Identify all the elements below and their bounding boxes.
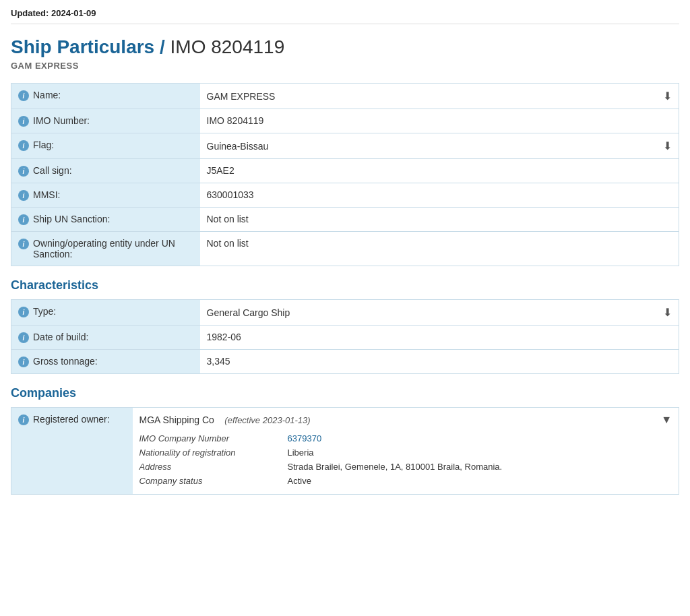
company-field-label: IMO Company Number <box>139 431 288 445</box>
characteristics-value-cell: 1982-06 <box>200 326 679 350</box>
companies-table: i Registered owner: MGA Shipping Co (eff… <box>11 407 679 495</box>
particulars-label-inner: iCall sign: <box>18 165 193 177</box>
updated-date: 2024-01-09 <box>51 8 96 18</box>
particulars-row: iIMO Number:IMO 8204119 <box>11 109 679 133</box>
particulars-label-text: MMSI: <box>33 189 60 200</box>
info-icon: i <box>18 190 29 201</box>
registered-owner-dropdown-icon[interactable]: ▼ <box>661 414 672 426</box>
company-field-row: Company statusActive <box>139 474 672 488</box>
particulars-label-text: IMO Number: <box>33 115 90 126</box>
characteristics-value-text: 1982-06 <box>207 332 241 342</box>
particulars-row: iFlag:Guinea-Bissau⬇ <box>11 133 679 159</box>
characteristics-value-text: 3,345 <box>207 356 230 367</box>
characteristics-value-text: General Cargo Ship <box>207 307 290 318</box>
particulars-value-cell: J5AE2 <box>200 159 679 183</box>
particulars-label-text: Ship UN Sanction: <box>33 214 110 224</box>
particulars-value-text: IMO 8204119 <box>207 115 264 126</box>
particulars-label-cell: iShip UN Sanction: <box>11 208 200 232</box>
company-field-label: Company status <box>139 474 288 488</box>
company-header-row: MGA Shipping Co (effective 2023-01-13) ▼ <box>139 414 672 426</box>
company-field-value: Liberia <box>288 445 672 460</box>
company-field-link[interactable]: 6379370 <box>288 433 322 443</box>
particulars-label-inner: iShip UN Sanction: <box>18 214 193 225</box>
particulars-value-text: J5AE2 <box>207 165 234 176</box>
characteristics-label-cell: iGross tonnage: <box>11 350 200 374</box>
company-field-row: AddressStrada Brailei, Gemenele, 1A, 810… <box>139 460 672 474</box>
particulars-label-cell: iIMO Number: <box>11 109 200 133</box>
particulars-table: iName:GAM EXPRESS⬇iIMO Number:IMO 820411… <box>11 83 679 266</box>
particulars-value-inner: J5AE2 <box>207 165 672 176</box>
info-icon: i <box>18 90 29 101</box>
company-field-value: Strada Brailei, Gemenele, 1A, 810001 Bra… <box>288 460 672 474</box>
dropdown-arrow-icon[interactable]: ⬇ <box>663 140 672 152</box>
characteristics-value-cell: 3,345 <box>200 350 679 374</box>
particulars-label-cell: iOwning/operating entity under UN Sancti… <box>11 232 200 266</box>
company-name: MGA Shipping Co <box>139 414 214 425</box>
company-field-value[interactable]: 6379370 <box>288 431 672 445</box>
info-icon: i <box>18 140 29 151</box>
particulars-value-cell: Not on list <box>200 232 679 266</box>
particulars-row: iOwning/operating entity under UN Sancti… <box>11 232 679 266</box>
characteristics-value-cell: General Cargo Ship⬇ <box>200 300 679 326</box>
particulars-value-inner: Not on list <box>207 214 672 224</box>
company-fields: IMO Company Number6379370Nationality of … <box>139 431 672 488</box>
particulars-value-inner: Not on list <box>207 238 672 249</box>
particulars-value-inner: Guinea-Bissau⬇ <box>207 140 672 152</box>
characteristics-label-cell: iDate of build: <box>11 326 200 350</box>
characteristics-label-text: Gross tonnage: <box>33 356 98 367</box>
characteristics-row: iType:General Cargo Ship⬇ <box>11 300 679 326</box>
registered-owner-label-cell: i Registered owner: <box>11 408 133 495</box>
characteristics-section-title: Characteristics <box>11 278 679 292</box>
registered-owner-row: i Registered owner: MGA Shipping Co (eff… <box>11 408 679 495</box>
particulars-row: iMMSI:630001033 <box>11 183 679 208</box>
particulars-value-cell: Not on list <box>200 208 679 232</box>
characteristics-table: iType:General Cargo Ship⬇iDate of build:… <box>11 299 679 374</box>
particulars-value-text: Guinea-Bissau <box>207 141 269 152</box>
company-field-value: Active <box>288 474 672 488</box>
particulars-label-cell: iCall sign: <box>11 159 200 183</box>
updated-label: Updated: <box>11 8 49 18</box>
page-title: Ship Particulars / IMO 8204119 <box>11 36 679 58</box>
dropdown-arrow-icon[interactable]: ⬇ <box>663 306 672 319</box>
info-icon: i <box>18 239 29 249</box>
particulars-value-cell: 630001033 <box>200 183 679 208</box>
characteristics-label-cell: iType: <box>11 300 200 326</box>
company-field-label: Address <box>139 460 288 474</box>
particulars-value-text: Not on list <box>207 238 249 249</box>
characteristics-row: iDate of build:1982-06 <box>11 326 679 350</box>
company-field-row: IMO Company Number6379370 <box>139 431 672 445</box>
particulars-value-cell: IMO 8204119 <box>200 109 679 133</box>
info-icon: i <box>18 116 29 127</box>
company-field-label: Nationality of registration <box>139 445 288 460</box>
info-icon: i <box>18 214 29 225</box>
particulars-label-inner: iFlag: <box>18 140 193 151</box>
companies-section-title: Companies <box>11 386 679 400</box>
particulars-label-inner: iName: <box>18 90 193 101</box>
particulars-label-cell: iFlag: <box>11 133 200 159</box>
particulars-value-cell: GAM EXPRESS⬇ <box>200 84 679 109</box>
particulars-row: iCall sign:J5AE2 <box>11 159 679 183</box>
characteristics-row: iGross tonnage:3,345 <box>11 350 679 374</box>
particulars-row: iShip UN Sanction:Not on list <box>11 208 679 232</box>
page-subtitle: GAM EXPRESS <box>11 61 679 71</box>
particulars-label-text: Owning/operating entity under UN Sanctio… <box>33 238 193 259</box>
dropdown-arrow-icon[interactable]: ⬇ <box>663 90 672 102</box>
registered-owner-label: Registered owner: <box>33 414 110 425</box>
particulars-value-cell: Guinea-Bissau⬇ <box>200 133 679 159</box>
particulars-label-inner: iMMSI: <box>18 189 193 201</box>
particulars-row: iName:GAM EXPRESS⬇ <box>11 84 679 109</box>
particulars-label-text: Flag: <box>33 140 54 150</box>
particulars-value-inner: 630001033 <box>207 189 672 200</box>
particulars-label-inner: iOwning/operating entity under UN Sancti… <box>18 238 193 259</box>
particulars-label-text: Call sign: <box>33 165 72 176</box>
particulars-label-cell: iName: <box>11 84 200 109</box>
page-title-imo: IMO 8204119 <box>165 36 284 57</box>
info-icon: i <box>18 307 29 317</box>
info-icon: i <box>18 166 29 177</box>
particulars-label-text: Name: <box>33 90 61 100</box>
info-icon: i <box>18 357 29 367</box>
particulars-value-text: 630001033 <box>207 189 254 200</box>
page-wrapper: Updated: 2024-01-09 Ship Particulars / I… <box>0 0 690 511</box>
particulars-label-inner: iIMO Number: <box>18 115 193 127</box>
particulars-value-text: Not on list <box>207 214 249 224</box>
